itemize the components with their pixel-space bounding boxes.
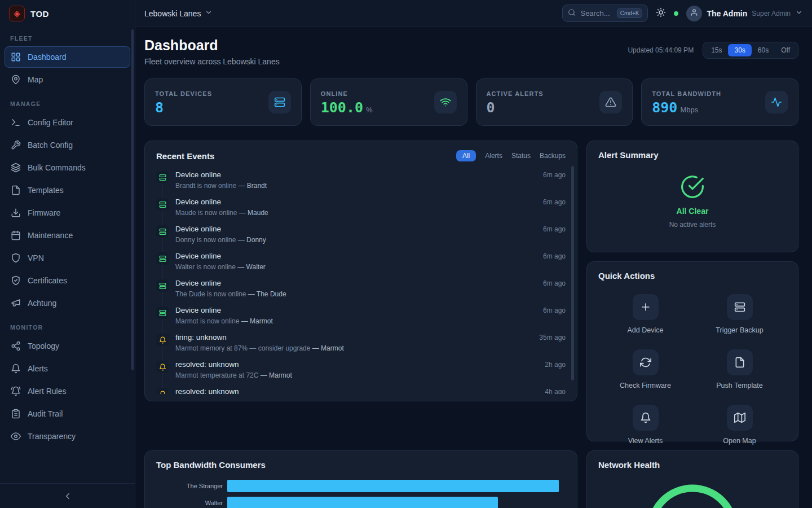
server-icon — [159, 282, 166, 290]
quick-action-add-device[interactable]: Add Device — [598, 294, 692, 334]
quick-action-check-firmware[interactable]: Check Firmware — [598, 349, 692, 389]
sidebar-item-label: Audit Trail — [28, 409, 63, 418]
user-menu[interactable]: The Admin Super Admin — [686, 6, 803, 21]
bandwidth-bar-row: Walter — [156, 497, 566, 508]
quick-action-push-template[interactable]: Push Template — [692, 349, 787, 389]
event-row[interactable]: Device online Maude is now online — Maud… — [156, 194, 566, 221]
event-detail: Brandt is now online — Brandt — [175, 182, 536, 190]
sidebar-item-vpn[interactable]: VPN — [5, 247, 130, 269]
sidebar-item-alert-rules[interactable]: Alert Rules — [5, 380, 130, 402]
event-row[interactable]: Device online Marmot is now online — Mar… — [156, 303, 566, 330]
quick-action-open-map[interactable]: Open Map — [692, 405, 787, 445]
event-row[interactable]: firing: unknown Marmot memory at 87% — c… — [156, 330, 566, 357]
sidebar-collapse-button[interactable] — [0, 483, 135, 508]
sidebar-scrollbar[interactable] — [131, 29, 134, 370]
event-detail: Donny is now online — Donny — [175, 236, 536, 244]
event-row[interactable]: resolved: unknown Marmot temperature at … — [156, 357, 566, 384]
sidebar-item-transparency[interactable]: Transparency — [5, 426, 130, 447]
sidebar-item-label: Map — [28, 75, 43, 84]
event-row[interactable]: resolved: unknown 4h ago — [156, 384, 566, 394]
stat-unit: % — [366, 106, 373, 114]
event-type-chip — [156, 252, 169, 265]
sidebar-item-map[interactable]: Map — [5, 69, 130, 90]
download-icon — [11, 208, 21, 218]
event-row[interactable]: Device online Donny is now online — Donn… — [156, 221, 566, 248]
topbar-right: Search... Cmd+K The Admin Super Admin — [562, 5, 803, 22]
recent-events-title: Recent Events — [156, 151, 214, 161]
refresh-option-15s[interactable]: 15s — [705, 44, 728, 56]
events-list: Device online Brandt is now online — Bra… — [156, 167, 566, 394]
sidebar-item-label: Batch Config — [28, 141, 73, 150]
refresh-option-off[interactable]: Off — [775, 44, 796, 56]
calendar-icon — [11, 230, 21, 240]
refresh-option-30s[interactable]: 30s — [728, 44, 751, 56]
events-tab-backups[interactable]: Backups — [540, 152, 566, 160]
event-time: 4h ago — [545, 388, 566, 394]
search-icon — [568, 8, 576, 18]
sidebar-item-firmware[interactable]: Firmware — [5, 202, 130, 224]
sidebar-item-achtung[interactable]: Achtung — [5, 292, 130, 314]
app-logo-text: TOD — [30, 9, 49, 19]
refresh-option-60s[interactable]: 60s — [752, 44, 775, 56]
sidebar-item-bulk-commands[interactable]: Bulk Commands — [5, 157, 130, 178]
network-health-title: Network Health — [598, 460, 660, 470]
org-switcher[interactable]: Lebowski Lanes — [144, 8, 213, 18]
event-entity: — Marmot — [261, 371, 292, 379]
event-time: 6m ago — [543, 171, 566, 179]
sidebar-item-label: Firmware — [28, 208, 60, 217]
bandwidth-bar — [227, 497, 498, 508]
terminal-icon — [11, 117, 21, 128]
event-type-chip — [156, 171, 169, 183]
sidebar-item-audit-trail[interactable]: Audit Trail — [5, 403, 130, 424]
event-row[interactable]: Device online Brandt is now online — Bra… — [156, 167, 566, 194]
sidebar-item-batch-config[interactable]: Batch Config — [5, 134, 130, 156]
event-type-chip — [156, 388, 169, 394]
bell-icon — [11, 364, 21, 374]
event-row[interactable]: Device online Walter is now online — Wal… — [156, 248, 566, 275]
bell-icon — [159, 391, 166, 395]
event-title: Device online — [175, 251, 536, 261]
event-entity: — The Dude — [248, 290, 286, 298]
topbar: Lebowski Lanes Search... Cmd+K The Admin… — [135, 0, 812, 27]
quick-action-icon-chip — [727, 294, 753, 320]
search-input[interactable]: Search... Cmd+K — [562, 5, 648, 22]
chevron-down-icon — [795, 8, 803, 19]
events-tab-all[interactable]: All — [456, 150, 476, 161]
theme-toggle-button[interactable] — [656, 7, 666, 19]
sidebar-item-alerts[interactable]: Alerts — [5, 358, 130, 379]
sidebar-item-templates[interactable]: Templates — [5, 179, 130, 201]
stat-card-active-alerts: Active Alerts 0 — [476, 78, 633, 126]
event-type-chip — [156, 225, 169, 238]
sidebar-item-config-editor[interactable]: Config Editor — [5, 112, 130, 133]
stat-card-online: Online 100.0 % — [310, 78, 467, 126]
event-type-chip — [156, 334, 169, 346]
event-time: 6m ago — [543, 198, 566, 206]
bandwidth-chart-title: Top Bandwidth Consumers — [156, 460, 266, 470]
quick-action-trigger-backup[interactable]: Trigger Backup — [692, 294, 787, 334]
quick-action-label: Add Device — [628, 326, 664, 334]
quick-action-label: View Alerts — [628, 437, 663, 445]
events-tab-status[interactable]: Status — [511, 152, 531, 160]
sidebar-item-certificates[interactable]: Certificates — [5, 270, 130, 291]
quick-actions-title: Quick Actions — [598, 271, 655, 281]
event-title: firing: unknown — [175, 332, 532, 343]
events-tab-alerts[interactable]: Alerts — [485, 152, 502, 160]
clipboard-icon — [11, 409, 21, 419]
quick-action-icon-chip — [633, 294, 659, 320]
sidebar-item-label: Transparency — [28, 432, 76, 441]
sidebar-item-dashboard[interactable]: Dashboard — [5, 46, 130, 68]
event-row[interactable]: Device online The Dude is now online — T… — [156, 275, 566, 303]
file-icon — [11, 185, 21, 195]
sidebar-item-label: Bulk Commands — [28, 163, 86, 172]
layers-icon — [11, 163, 21, 173]
page-content: Dashboard Fleet overview across Lebowski… — [135, 27, 812, 508]
sidebar-item-maintenance[interactable]: Maintenance — [5, 225, 130, 246]
event-time: 6m ago — [543, 225, 566, 233]
quick-action-view-alerts[interactable]: View Alerts — [598, 405, 692, 445]
dashboard-grid: Recent Events AllAlertsStatusBackups Dev… — [144, 141, 798, 508]
bandwidth-bar-track — [227, 497, 566, 508]
sidebar-item-topology[interactable]: Topology — [5, 335, 130, 357]
quick-actions-card: Quick Actions Add Device Trigger Backup … — [586, 261, 798, 441]
page-subtitle: Fleet overview across Lebowski Lanes — [144, 57, 280, 66]
events-scrollbar[interactable] — [571, 166, 574, 380]
